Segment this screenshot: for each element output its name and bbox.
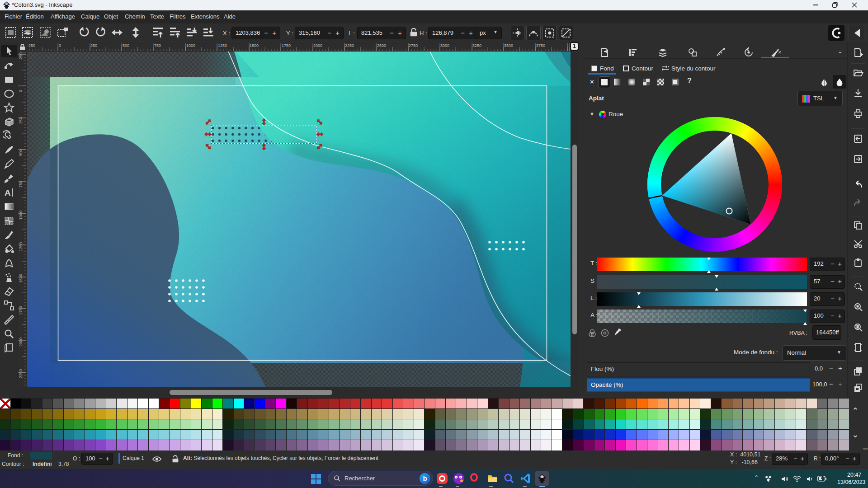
- svg-text:A: A: [5, 188, 11, 197]
